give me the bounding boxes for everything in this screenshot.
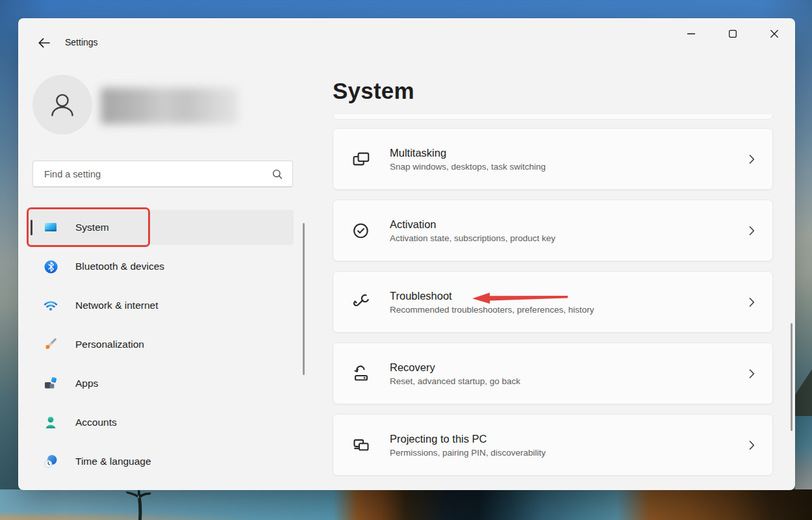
chevron-right-icon bbox=[749, 154, 755, 164]
sidebar-item-personalization[interactable]: Personalization bbox=[29, 327, 294, 362]
minimize-button[interactable] bbox=[670, 18, 712, 49]
sidebar-item-label: System bbox=[75, 222, 109, 233]
close-icon bbox=[770, 30, 778, 38]
sidebar-item-bluetooth-devices[interactable]: Bluetooth & devices bbox=[29, 249, 294, 284]
sidebar-nav: System Bluetooth & devices bbox=[29, 210, 294, 483]
card-activation[interactable]: Activation Activation state, subscriptio… bbox=[333, 200, 773, 261]
card-projecting[interactable]: Projecting to this PC Permissions, pairi… bbox=[333, 414, 773, 476]
card-subtitle: Reset, advanced startup, go back bbox=[390, 376, 520, 386]
card-subtitle: Recommended troubleshooters, preferences… bbox=[390, 305, 594, 315]
selected-indicator-pill bbox=[31, 220, 32, 235]
sidebar-item-system[interactable]: System bbox=[29, 210, 294, 245]
minimize-icon bbox=[687, 33, 695, 34]
search-box bbox=[32, 161, 293, 187]
card-title: Multitasking bbox=[390, 147, 546, 159]
chevron-right-icon bbox=[749, 297, 755, 307]
sidebar-item-label: Personalization bbox=[75, 339, 144, 350]
person-icon bbox=[47, 90, 77, 120]
main-scrollbar[interactable] bbox=[791, 323, 793, 431]
partial-card-above bbox=[333, 114, 773, 120]
maximize-icon bbox=[729, 30, 737, 38]
close-button[interactable] bbox=[754, 18, 795, 49]
bluetooth-icon bbox=[43, 259, 58, 274]
multitasking-icon bbox=[351, 150, 371, 169]
app-title: Settings bbox=[65, 37, 98, 47]
sidebar-item-label: Time & language bbox=[75, 456, 151, 467]
user-avatar[interactable] bbox=[32, 75, 92, 135]
card-title: Troubleshoot bbox=[390, 290, 594, 302]
card-subtitle: Activation state, subscriptions, product… bbox=[390, 233, 555, 243]
card-subtitle: Permissions, pairing PIN, discoverabilit… bbox=[390, 448, 546, 458]
wifi-icon bbox=[43, 298, 58, 313]
settings-window: Settings bbox=[18, 18, 795, 490]
wallpaper-tree-silhouette bbox=[116, 489, 174, 520]
wallpaper-sea bbox=[795, 416, 812, 489]
projecting-icon bbox=[351, 436, 371, 455]
apps-icon bbox=[43, 376, 58, 391]
recovery-icon bbox=[351, 364, 371, 384]
sidebar-item-time-language[interactable]: Time & language bbox=[29, 444, 294, 479]
accounts-icon bbox=[43, 415, 58, 430]
card-recovery[interactable]: Recovery Reset, advanced startup, go bac… bbox=[333, 343, 773, 404]
paintbrush-icon bbox=[43, 337, 58, 352]
user-name-redacted bbox=[101, 88, 238, 124]
time-language-icon bbox=[43, 454, 58, 469]
sidebar-item-label: Network & internet bbox=[75, 300, 159, 311]
sidebar-item-label: Accounts bbox=[75, 417, 117, 428]
card-title: Projecting to this PC bbox=[390, 433, 546, 445]
sidebar-item-apps[interactable]: Apps bbox=[29, 366, 294, 401]
sidebar-item-label: Apps bbox=[75, 378, 98, 389]
back-button[interactable] bbox=[32, 33, 56, 53]
chevron-right-icon bbox=[749, 226, 755, 235]
card-title: Activation bbox=[390, 218, 555, 231]
sidebar-item-network-internet[interactable]: Network & internet bbox=[29, 288, 294, 323]
caption-controls bbox=[670, 18, 795, 49]
chevron-right-icon bbox=[749, 440, 755, 450]
card-title: Recovery bbox=[390, 361, 520, 374]
sidebar-scrollbar[interactable] bbox=[303, 223, 305, 375]
card-troubleshoot[interactable]: Troubleshoot Recommended troubleshooters… bbox=[333, 271, 773, 333]
sidebar-item-label: Bluetooth & devices bbox=[75, 261, 164, 272]
search-icon bbox=[272, 169, 283, 179]
search-input[interactable] bbox=[33, 169, 272, 179]
page-title: System bbox=[333, 78, 414, 104]
sidebar-item-accounts[interactable]: Accounts bbox=[29, 405, 294, 440]
card-multitasking[interactable]: Multitasking Snap windows, desktops, tas… bbox=[333, 128, 773, 190]
troubleshoot-icon bbox=[351, 292, 371, 312]
chevron-right-icon bbox=[749, 369, 755, 378]
maximize-button[interactable] bbox=[712, 18, 754, 49]
system-icon bbox=[43, 220, 58, 235]
card-subtitle: Snap windows, desktops, task switching bbox=[390, 162, 546, 172]
activation-icon bbox=[351, 221, 371, 240]
back-arrow-icon bbox=[38, 38, 51, 48]
